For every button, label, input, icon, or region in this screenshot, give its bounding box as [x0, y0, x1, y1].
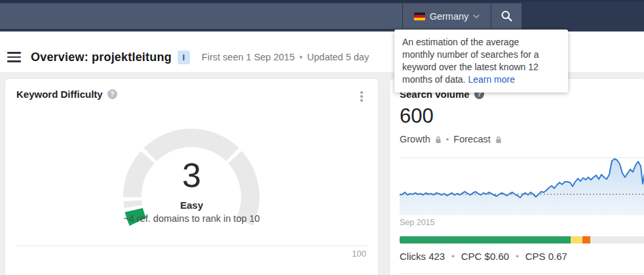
- clicks-metric: Clicks 423: [400, 251, 445, 262]
- cps-metric: CPS 0.67: [525, 251, 567, 262]
- flag-stripe: [414, 18, 425, 20]
- growth-label[interactable]: Growth: [400, 134, 430, 144]
- kd-axis-max: 100: [352, 249, 366, 259]
- sv-metrics-row: Clicks 423 • CPC $0.60 • CPS 0.67: [400, 251, 567, 262]
- germany-flag-icon: [414, 12, 425, 20]
- chevron-down-icon: [473, 14, 480, 18]
- country-selector[interactable]: Germany: [402, 3, 491, 29]
- kd-kebab-menu-icon[interactable]: [359, 90, 364, 103]
- chart-area-fill: [400, 159, 644, 215]
- top-navbar: Germany: [0, 0, 644, 32]
- keyword-meta: First seen 1 Sep 2015•Updated 5 day: [202, 52, 369, 62]
- tooltip-line: An estimation of the average: [402, 36, 560, 49]
- meta-separator: •: [299, 52, 303, 62]
- metric-separator: •: [451, 251, 455, 261]
- search-icon: [501, 11, 512, 22]
- search-volume-card: Search volume ? 600 Growth • Forecast: [390, 79, 644, 275]
- tooltip-line: monthly number of searches for a: [402, 49, 560, 61]
- search-volume-tooltip: An estimation of the average monthly num…: [394, 30, 568, 93]
- kd-help-icon[interactable]: ?: [107, 89, 117, 99]
- forecast-label[interactable]: Forecast: [453, 134, 490, 144]
- app-root: Germany An estimation of the average mon…: [0, 0, 644, 275]
- learn-more-link[interactable]: Learn more: [468, 74, 515, 85]
- bar-segment: [582, 236, 590, 243]
- cpc-metric: CPC $0.60: [461, 251, 509, 262]
- updated-label: Updated 5 day: [307, 52, 369, 62]
- menu-icon[interactable]: [7, 52, 21, 62]
- search-volume-value: 600: [400, 105, 434, 127]
- keyword-search-input[interactable]: [0, 3, 402, 29]
- kd-score: 3: [5, 158, 378, 193]
- country-label: Germany: [430, 11, 469, 22]
- chart-start-date-label: Sep 2015: [400, 218, 435, 227]
- page-title: Overview: projektleitung: [31, 51, 172, 64]
- clicks-distribution-bar: [400, 236, 644, 243]
- growth-separator: •: [446, 135, 449, 144]
- kd-difficulty-label: Easy: [5, 200, 378, 211]
- first-seen-label: First seen 1 Sep 2015: [202, 52, 295, 62]
- sv-bottom-divider: [400, 273, 644, 274]
- keyword-search-bar: Germany: [0, 3, 521, 29]
- metric-separator: •: [516, 251, 519, 261]
- kd-card-title: Keyword Difficulty: [16, 89, 103, 100]
- info-badge: I: [178, 51, 190, 64]
- sv-growth-row: Growth • Forecast: [400, 134, 502, 144]
- bar-segment: [400, 236, 571, 243]
- sv-chart-svg: [400, 158, 644, 218]
- lock-icon: [495, 136, 502, 144]
- keyword-difficulty-card: Keyword Difficulty ? 3 Easy ~4 ref. doma…: [5, 79, 378, 275]
- search-button[interactable]: [491, 3, 521, 29]
- tooltip-last-line: months of data.: [402, 74, 466, 85]
- bar-segment: [571, 236, 582, 243]
- bar-segment: [590, 236, 644, 243]
- search-volume-chart[interactable]: [400, 158, 644, 218]
- kd-hint: ~4 ref. domains to rank in top 10: [5, 213, 378, 224]
- kd-divider: [16, 245, 368, 246]
- lock-icon: [435, 136, 442, 144]
- tooltip-line: keyword over the latest known 12: [402, 61, 560, 74]
- tooltip-line: months of data. Learn more: [402, 74, 560, 86]
